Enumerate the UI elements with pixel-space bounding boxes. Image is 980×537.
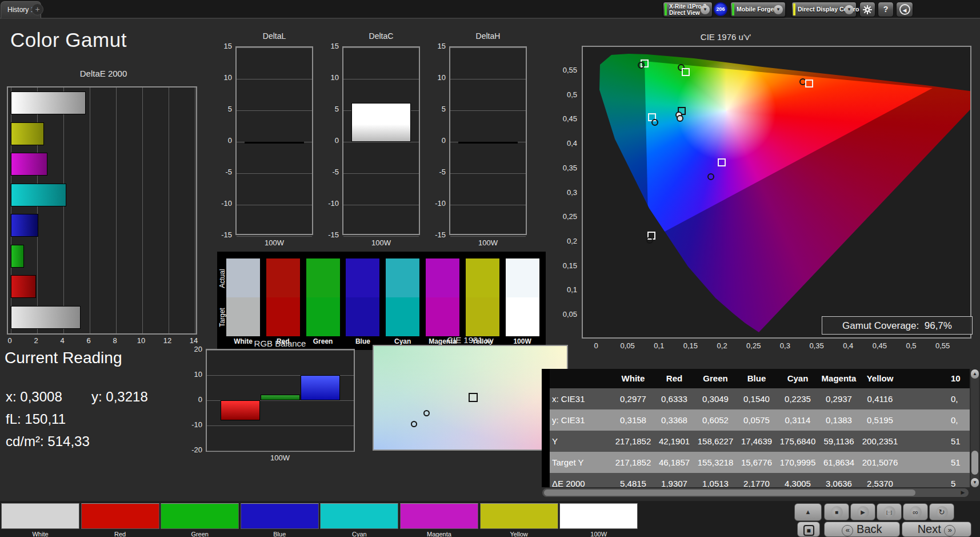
stop-button[interactable]: ■ (824, 503, 849, 520)
cie1976-x-tick: 0 (582, 341, 610, 350)
marker-magenta-target (718, 158, 726, 166)
cie1931-title: CIE 1931 xy (422, 335, 519, 345)
cie1976-x-tick: 0,55 (929, 341, 957, 350)
infinity-icon: ∞ (910, 506, 922, 518)
table-cell: 0,5195 (867, 409, 893, 431)
help-button[interactable]: ? (878, 2, 894, 17)
table-left-gutter (542, 369, 550, 487)
cie1976-y-tick: 0,2 (549, 237, 577, 245)
marker-green-measured (638, 62, 645, 69)
deltae-bar-green (11, 245, 24, 268)
table-cell: 175,6840 (780, 431, 816, 452)
gridline (237, 79, 312, 79)
patch-button-red[interactable] (81, 503, 159, 529)
source-dropdown[interactable]: Mobile Forge ▼ (730, 2, 786, 17)
marker-blue-measured (646, 237, 653, 244)
meter-dropdown[interactable]: X-Rite i1Pro 2Direct View ▼ (663, 2, 713, 17)
collapse-arrow-icon: ◀ (899, 4, 910, 15)
workflow-dropdown[interactable]: Direct Display Control ▼ (791, 2, 857, 17)
table-cell: 51 (951, 431, 961, 452)
table-column-header: Cyan (787, 369, 809, 388)
workflow-status-stripe (793, 3, 795, 15)
delta-y-tick: 0 (423, 136, 446, 145)
table-vertical-scrollbar[interactable]: ▲ ▼ (971, 369, 979, 487)
patch-label: Yellow (480, 531, 558, 537)
table-row-label: x: CIE31 (552, 388, 585, 409)
rgb-bar-red (221, 400, 260, 420)
table-row[interactable]: Target Y217,185246,1857155,321815,677617… (542, 452, 970, 473)
stop-icon: ■ (831, 506, 843, 518)
delta-y-tick: 10 (423, 73, 446, 82)
deltae-x-tick: 2 (29, 336, 43, 345)
refresh-button[interactable]: ↻ (929, 503, 954, 520)
table-row[interactable]: ΔE 20005,48151,93071,05132,17704,30053,0… (542, 473, 970, 487)
gridline (195, 87, 195, 333)
table-cell: 17,4639 (741, 431, 772, 452)
swatch-actual-blue (346, 258, 379, 297)
play-button[interactable]: ▶ (850, 503, 875, 520)
patch-label: Red (81, 531, 159, 537)
table-row[interactable]: Y217,185242,1901158,622717,4639175,68405… (542, 431, 970, 452)
add-tab-button[interactable]: + (31, 3, 43, 15)
continuous-measure-button[interactable]: ∞ (903, 503, 928, 520)
record-stop-button[interactable]: ■ (797, 522, 820, 537)
cie1976-y-tick: 0,15 (549, 261, 577, 270)
patch-button-cyan[interactable] (320, 503, 398, 529)
gear-icon (863, 5, 872, 14)
table-cell: 0,3049 (702, 388, 729, 409)
table-horizontal-scrollbar[interactable]: ▶ (542, 488, 969, 498)
patch-label: Cyan (320, 531, 398, 537)
horizontal-scroll-thumb[interactable] (544, 490, 915, 496)
eject-button[interactable]: ▲ (794, 503, 822, 521)
delta-chart-title: DeltaC (342, 31, 420, 41)
settings-button[interactable] (859, 2, 875, 17)
cie1976-x-tick: 0,35 (802, 341, 831, 350)
delta-y-tick: 15 (316, 42, 339, 50)
delta-x-label: 100W (449, 238, 527, 247)
rgb-y-tick: 0 (179, 395, 202, 404)
cie1976-y-tick: 0,1 (549, 285, 577, 294)
gridline (237, 47, 312, 48)
patch-button-yellow[interactable] (480, 503, 558, 529)
scroll-up-icon[interactable]: ▲ (971, 369, 979, 379)
swatch-actual-white (226, 258, 260, 297)
next-arrow-icon: » (944, 525, 955, 536)
deltae-x-tick: 14 (187, 336, 201, 345)
delta-y-tick: 15 (209, 42, 232, 50)
gridline (343, 79, 419, 79)
patch-button-100w[interactable] (559, 503, 638, 529)
swatch-actual-100w (506, 258, 539, 297)
delta-x-label: 100W (235, 238, 313, 247)
swatch-actual-magenta (426, 258, 459, 297)
patch-label: 100W (559, 531, 638, 537)
collapse-panel-button[interactable]: ◀ (896, 2, 913, 17)
back-button[interactable]: « Back (824, 522, 900, 537)
patch-transport-bar: WhiteRedGreenBlueCyanMagentaYellow100W ▲… (0, 501, 980, 537)
scroll-down-icon[interactable]: ▼ (971, 478, 979, 487)
measure-range-button[interactable]: [··] (877, 503, 902, 520)
patch-button-blue[interactable] (241, 503, 319, 529)
delta-y-tick: 0 (316, 136, 339, 145)
gridline (450, 205, 526, 205)
swatch-actual-cyan (386, 258, 419, 297)
table-cell: 61,8634 (823, 452, 854, 473)
source-status-stripe (732, 3, 734, 15)
table-row[interactable]: y: CIE310,31580,33680,60520,05750,31140,… (542, 409, 970, 431)
current-reading-y: y: 0,3218 (91, 389, 148, 405)
patch-button-white[interactable] (1, 503, 79, 529)
scroll-right-icon[interactable]: ▶ (958, 489, 967, 496)
delta-y-tick: 10 (316, 73, 339, 82)
patch-button-magenta[interactable] (400, 503, 478, 529)
deltae-x-tick: 10 (134, 336, 148, 345)
table-column-header: Magenta (822, 369, 857, 388)
deltae-x-tick: 12 (161, 336, 174, 345)
gridline (63, 87, 64, 333)
delta-bar (351, 103, 411, 142)
swatch-target-green (306, 297, 340, 336)
rgb-y-tick: 20 (179, 345, 202, 353)
vertical-scroll-thumb[interactable] (971, 451, 978, 475)
next-button[interactable]: Next » (902, 522, 971, 537)
patch-button-green[interactable] (161, 503, 239, 529)
delta-y-tick: -10 (209, 199, 232, 208)
table-row[interactable]: x: CIE310,29770,63330,30490,15400,22350,… (542, 388, 970, 409)
